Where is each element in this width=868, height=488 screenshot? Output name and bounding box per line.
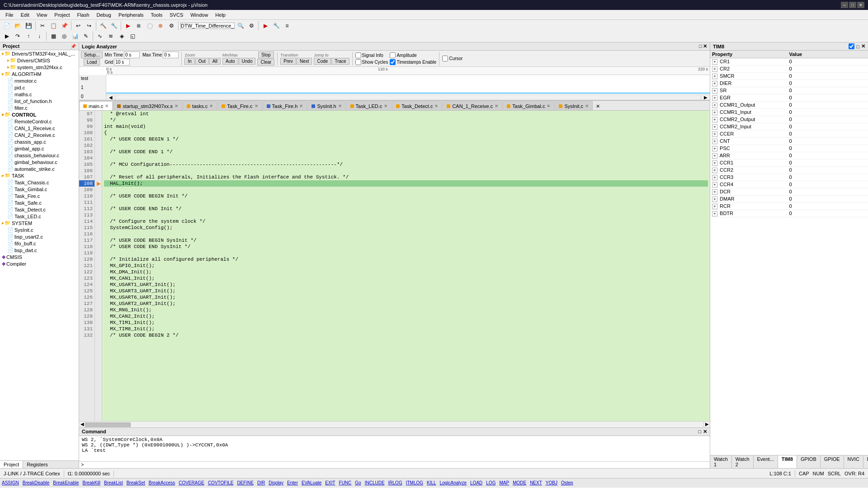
tab-Task_Gimbal-c[interactable]: Task_Gimbal.c ✕ — [503, 101, 554, 110]
tree-item[interactable]: 📄 filter.c — [0, 104, 79, 111]
register-row[interactable]: + DIER 0 — [710, 80, 868, 87]
la-amplitude-cb[interactable] — [390, 52, 396, 58]
reg-expander[interactable]: + — [712, 110, 717, 115]
reg-btn[interactable]: 📊 — [70, 31, 80, 41]
tree-item[interactable]: 📄 pid.c — [0, 84, 79, 91]
cmd-bar-item[interactable]: COVERAGE — [179, 480, 204, 485]
project-tab[interactable]: Project — [0, 461, 23, 468]
tree-item[interactable]: 📄 bsp_dwt.c — [0, 247, 79, 253]
tree-item[interactable]: ▸📁 TASK — [0, 172, 79, 179]
la-zoom-all-btn[interactable]: All — [209, 58, 221, 65]
register-row[interactable]: + CCMR2_Input 0 — [710, 123, 868, 131]
reg-expander[interactable]: + — [712, 95, 717, 101]
right-tab-dma1[interactable]: DMA1 — [863, 455, 868, 468]
tab-startup_stm32f407xx-s[interactable]: startup_stm32f407xx.s ✕ — [113, 101, 182, 110]
reg-expander[interactable]: + — [712, 175, 717, 180]
reg-expander[interactable]: + — [712, 153, 717, 159]
new-btn[interactable]: 📄 — [2, 21, 12, 31]
la-expand-icon[interactable]: □ — [699, 43, 702, 49]
tree-item[interactable]: 📄 automatic_strike.c — [0, 165, 79, 172]
tree-item[interactable]: 📄 CAN_1_Receive.c — [0, 125, 79, 131]
register-row[interactable]: + CNT 0 — [710, 138, 868, 145]
la-min-time-input[interactable]: 0 s — [124, 52, 140, 58]
la-stop-btn[interactable]: Stop — [258, 52, 274, 58]
right-tab-watch-2[interactable]: Watch 2 — [732, 455, 754, 468]
cmd-bar-item[interactable]: IRLOG — [388, 480, 402, 485]
register-row[interactable]: + CCMR1_Input 0 — [710, 109, 868, 116]
code-content[interactable]: * @retval int */int main(void){ /* USER … — [102, 111, 710, 421]
tree-item[interactable]: 📄 RemoteControl.c — [0, 118, 79, 125]
reg-expander[interactable]: + — [712, 182, 717, 188]
tab-Task_Fire-h[interactable]: Task_Fire.h ✕ — [263, 101, 307, 110]
cmd-bar-item[interactable]: BreakKill — [83, 480, 100, 485]
reg-expander[interactable]: + — [712, 146, 717, 151]
cmd-bar-item[interactable]: FUNC — [339, 480, 352, 485]
cmd-bar-item[interactable]: BreakAccess — [149, 480, 175, 485]
register-row[interactable]: + DCR 0 — [710, 188, 868, 196]
tab-CAN_1_Receive-c[interactable]: CAN_1_Receive.c ✕ — [443, 101, 502, 110]
debug-stop-btn[interactable]: ⏹ — [134, 21, 144, 31]
command-expand-icon[interactable]: □ — [698, 429, 701, 435]
perf-btn[interactable]: ◱ — [127, 31, 137, 41]
cmd-bar-item[interactable]: NEXT — [530, 480, 542, 485]
undo-btn[interactable]: ↩ — [73, 21, 83, 31]
copy-btn[interactable]: 📋 — [48, 21, 58, 31]
reg-expander[interactable]: + — [712, 59, 717, 65]
register-row[interactable]: + CR1 0 — [710, 58, 868, 66]
tree-item[interactable]: 📄 gimbal_behaviour.c — [0, 159, 79, 165]
la-prev-btn[interactable]: Prev — [280, 58, 296, 65]
tree-item[interactable]: 📄 gimbal_app.c — [0, 145, 79, 152]
menu-item-file[interactable]: File — [2, 11, 17, 19]
cmd-bar-item[interactable]: ASSIGN — [2, 480, 19, 485]
register-row[interactable]: + CCMR1_Output 0 — [710, 102, 868, 109]
la-scrollbar[interactable]: ◀ ▶ — [106, 94, 710, 100]
search-btn[interactable]: 🔍 — [236, 21, 245, 31]
serial-btn[interactable]: ≋ — [106, 31, 116, 41]
tab-close-icon[interactable]: ✕ — [255, 103, 258, 108]
menu-item-window[interactable]: Window — [187, 11, 212, 19]
right-panel-cb[interactable] — [849, 43, 854, 49]
save-btn[interactable]: 💾 — [24, 21, 33, 31]
register-row[interactable]: + RCR 0 — [710, 203, 868, 210]
debug-stepin-btn[interactable]: ↓ — [34, 31, 44, 41]
cmd-bar-item[interactable]: Enter — [287, 480, 298, 485]
tree-item[interactable]: ▸📁 system_stm32f4xx.c — [0, 64, 79, 70]
cmd-bar-item[interactable]: YOBJ — [546, 480, 557, 485]
la-timestamps-cb[interactable] — [390, 59, 396, 65]
la-load-btn[interactable]: Load — [84, 59, 100, 66]
watch-btn[interactable]: ◎ — [59, 31, 69, 41]
la-grid-input[interactable] — [114, 59, 130, 66]
right-tab-event[interactable]: Event... — [754, 455, 778, 468]
cmd-bar-item[interactable]: BreakList — [104, 480, 123, 485]
la-cursor-cb[interactable] — [442, 56, 448, 61]
reg-expander[interactable]: + — [712, 139, 717, 144]
cmd-bar-item[interactable]: Go — [355, 480, 361, 485]
register-row[interactable]: + CCER 0 — [710, 131, 868, 138]
la-clear-btn[interactable]: Clear — [257, 59, 274, 66]
register-row[interactable]: + CR2 0 — [710, 66, 868, 73]
right-panel-close[interactable]: ✕ — [861, 43, 865, 49]
register-row[interactable]: + CCMR2_Output 0 — [710, 116, 868, 123]
build-btn[interactable]: 🔨 — [98, 21, 108, 31]
menu-item-peripherals[interactable]: Peripherals — [115, 11, 147, 19]
tab-Task_Detect-c[interactable]: Task_Detect.c ✕ — [392, 101, 442, 110]
cmd-bar-item[interactable]: Ostep — [561, 480, 573, 485]
command-close-icon[interactable]: ✕ — [703, 429, 707, 435]
tree-item[interactable]: 📄 Task_Chassis.c — [0, 179, 79, 186]
menu-item-svcs[interactable]: SVCS — [166, 11, 187, 19]
la-next-btn[interactable]: Next — [297, 58, 312, 65]
cut-btn[interactable]: ✂ — [38, 21, 47, 31]
menu-item-project[interactable]: Project — [51, 11, 73, 19]
tab-close-icon[interactable]: ✕ — [299, 103, 303, 108]
cmd-bar-item[interactable]: DIR — [257, 480, 265, 485]
command-input[interactable] — [86, 462, 708, 468]
cmd-bar-item[interactable]: LOG — [486, 480, 495, 485]
logic-btn[interactable]: ∿ — [95, 31, 105, 41]
tree-item[interactable]: ◆ CMSIS — [0, 253, 79, 260]
debug-stepout-btn[interactable]: ↑ — [24, 31, 33, 41]
register-row[interactable]: + PSC 0 — [710, 145, 868, 152]
reg-expander[interactable]: + — [712, 74, 717, 79]
tree-item[interactable]: 📄 list_of_function.h — [0, 98, 79, 104]
reg-expander[interactable]: + — [712, 66, 717, 72]
code-scroll-track[interactable] — [85, 422, 703, 427]
